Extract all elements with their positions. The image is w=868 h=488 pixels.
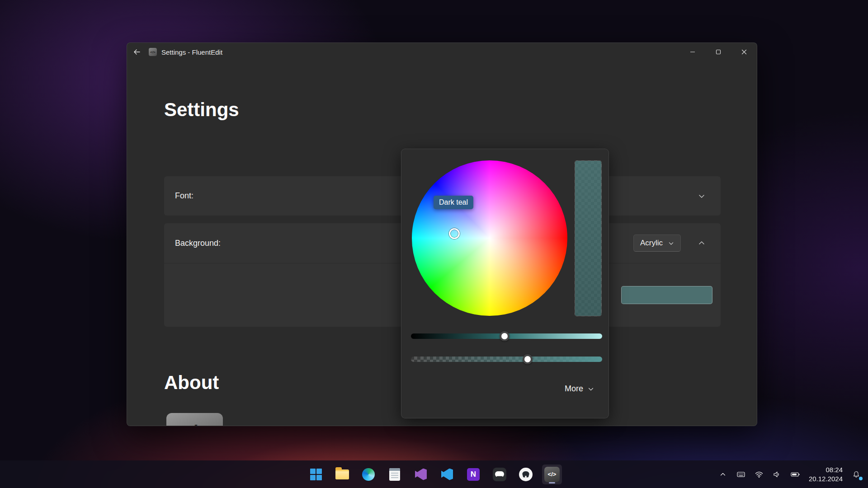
value-column-slider[interactable] xyxy=(575,160,602,316)
more-label: More xyxy=(565,384,583,394)
font-label: Font: xyxy=(175,191,193,201)
tray-show-hidden-icons[interactable] xyxy=(716,466,730,483)
taskbar-onenote[interactable]: N xyxy=(463,465,483,484)
github-icon xyxy=(519,468,533,481)
close-button[interactable] xyxy=(731,43,757,61)
caption-buttons xyxy=(679,43,757,61)
color-swatch-button[interactable] xyxy=(621,286,712,304)
titlebar: </> Settings - FluentEdit xyxy=(127,43,757,61)
about-app-icon: </> xyxy=(166,413,223,426)
notification-center-button[interactable] xyxy=(849,466,863,483)
onenote-icon: N xyxy=(467,468,480,481)
start-button[interactable] xyxy=(306,465,326,484)
vscode-icon xyxy=(441,469,453,480)
taskbar-system-tray: 08:24 20.12.2024 xyxy=(716,460,863,488)
desktop-wallpaper: </> Settings - FluentEdit Settings Font: xyxy=(0,0,868,488)
opacity-slider[interactable] xyxy=(411,354,602,364)
taskbar-clock[interactable]: 08:24 20.12.2024 xyxy=(806,465,845,483)
folder-icon xyxy=(335,469,349,479)
edge-browser-icon xyxy=(362,468,375,481)
tray-volume[interactable] xyxy=(770,466,784,483)
taskbar-visual-studio[interactable] xyxy=(411,465,431,484)
font-expander-button[interactable] xyxy=(693,188,710,204)
taskbar-notepad[interactable] xyxy=(385,465,405,484)
clock-date: 20.12.2024 xyxy=(809,474,843,483)
color-name-tooltip: Dark teal xyxy=(434,196,473,209)
tray-battery[interactable] xyxy=(788,466,802,483)
background-mode-value: Acrylic xyxy=(640,239,663,248)
chevron-down-icon xyxy=(668,240,674,246)
wifi-icon xyxy=(755,470,764,479)
notepad-icon xyxy=(389,468,400,481)
taskbar: N </> xyxy=(0,460,868,488)
opacity-slider-track xyxy=(411,357,602,362)
taskbar-github[interactable] xyxy=(516,465,536,484)
app-icon: </> xyxy=(149,48,157,56)
more-button[interactable]: More xyxy=(560,380,599,397)
notification-badge xyxy=(859,477,863,480)
speaker-icon xyxy=(773,470,782,479)
chevron-up-icon xyxy=(720,471,726,478)
active-app-indicator xyxy=(549,482,555,483)
maximize-icon xyxy=(716,49,721,55)
taskbar-file-explorer[interactable] xyxy=(332,465,352,484)
color-wheel[interactable]: Dark teal xyxy=(412,160,567,316)
chevron-up-icon xyxy=(698,239,705,247)
minimize-button[interactable] xyxy=(679,43,705,61)
opacity-gradient-overlay xyxy=(411,357,602,362)
back-arrow-icon xyxy=(133,48,141,56)
visual-studio-icon xyxy=(415,469,427,480)
settings-heading: Settings xyxy=(164,99,239,121)
taskbar-discord[interactable] xyxy=(490,465,509,484)
taskbar-edge[interactable] xyxy=(359,465,378,484)
color-picker-flyout: Dark teal More xyxy=(401,149,609,418)
taskbar-center: N </> xyxy=(306,460,562,488)
window-title: Settings - FluentEdit xyxy=(161,48,222,56)
clock-time: 08:24 xyxy=(809,465,843,474)
taskbar-fluentedit-active[interactable]: </> xyxy=(542,465,562,484)
close-icon xyxy=(741,49,747,55)
keyboard-icon xyxy=(736,470,745,479)
tray-wifi[interactable] xyxy=(752,466,766,483)
chevron-down-icon xyxy=(698,192,705,200)
maximize-button[interactable] xyxy=(705,43,731,61)
value-slider-thumb[interactable] xyxy=(500,331,509,341)
back-button[interactable] xyxy=(127,43,147,61)
code-app-icon: </> xyxy=(544,467,560,482)
tray-keyboard[interactable] xyxy=(734,466,748,483)
chevron-down-icon xyxy=(588,386,594,392)
battery-icon xyxy=(790,470,800,479)
background-expander-button[interactable] xyxy=(693,235,710,251)
opacity-slider-thumb[interactable] xyxy=(523,354,533,364)
background-mode-dropdown[interactable]: Acrylic xyxy=(633,235,681,252)
taskbar-vscode[interactable] xyxy=(437,465,457,484)
value-column-overlay xyxy=(575,161,601,316)
minimize-icon xyxy=(690,49,695,55)
value-slider[interactable] xyxy=(411,331,602,341)
windows-logo-icon xyxy=(310,469,322,480)
color-wheel-cursor[interactable] xyxy=(449,228,460,239)
about-heading: About xyxy=(164,372,219,394)
background-label: Background: xyxy=(175,239,221,248)
discord-icon xyxy=(493,468,506,481)
